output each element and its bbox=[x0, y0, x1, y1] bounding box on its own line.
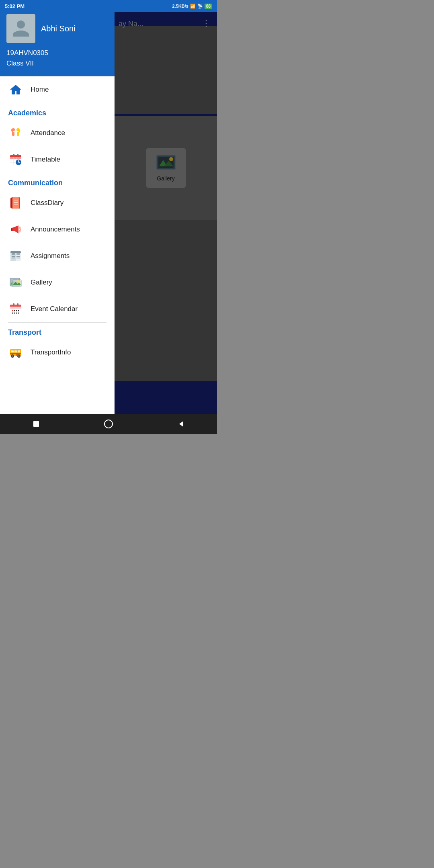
attendance-label: Attendance bbox=[31, 129, 65, 137]
network-speed: 2.5KB/s bbox=[172, 4, 188, 8]
svg-point-64 bbox=[12, 313, 13, 314]
svg-marker-34 bbox=[12, 225, 18, 233]
avatar-icon bbox=[11, 18, 31, 39]
svg-point-62 bbox=[16, 310, 17, 311]
svg-point-66 bbox=[16, 313, 17, 314]
svg-rect-46 bbox=[10, 251, 21, 253]
svg-marker-81 bbox=[179, 421, 183, 427]
timetable-icon bbox=[8, 152, 23, 167]
svg-point-60 bbox=[12, 310, 13, 311]
svg-rect-26 bbox=[12, 197, 19, 209]
svg-point-67 bbox=[18, 313, 19, 314]
wifi-icon: 📡 bbox=[197, 4, 203, 9]
battery-indicator: 88 bbox=[205, 4, 212, 9]
communication-section-header: Communication bbox=[0, 173, 115, 190]
back-icon bbox=[177, 420, 185, 428]
avatar bbox=[6, 14, 35, 43]
status-time: 5:02 PM bbox=[5, 3, 25, 9]
svg-point-77 bbox=[18, 355, 20, 357]
announcements-icon bbox=[8, 222, 23, 237]
status-bar: 5:02 PM 2.5KB/s 📶 📡 88 bbox=[0, 0, 217, 12]
transport-title: Transport bbox=[8, 328, 41, 336]
menu-item-announcements[interactable]: Announcements bbox=[0, 216, 115, 243]
gallery-label: Gallery bbox=[31, 278, 52, 287]
event-calendar-icon bbox=[8, 301, 23, 317]
square-icon bbox=[32, 420, 40, 428]
transport-icon bbox=[8, 345, 23, 360]
svg-point-54 bbox=[18, 280, 20, 283]
transport-info-label: TransportInfo bbox=[31, 348, 71, 356]
menu-item-event-calendar[interactable]: Event Calendar bbox=[0, 296, 115, 322]
transport-section-header: Transport bbox=[0, 323, 115, 339]
svg-rect-9 bbox=[12, 132, 14, 136]
announcements-label: Announcements bbox=[31, 225, 80, 233]
svg-point-63 bbox=[18, 310, 19, 311]
svg-point-75 bbox=[12, 355, 13, 357]
drawer-content: Home Academics Attendance bbox=[0, 76, 115, 434]
svg-marker-5 bbox=[10, 85, 21, 94]
menu-item-attendance[interactable]: Attendance bbox=[0, 120, 115, 146]
attendance-icon bbox=[8, 125, 23, 141]
menu-item-classdiary[interactable]: ClassDiary bbox=[0, 190, 115, 216]
signal-icon: 📶 bbox=[190, 4, 196, 9]
classdiary-icon bbox=[8, 195, 23, 211]
svg-rect-57 bbox=[13, 303, 14, 306]
user-id: 19AHVN0305 bbox=[6, 48, 108, 58]
svg-point-65 bbox=[14, 313, 15, 314]
user-name: Abhi Soni bbox=[41, 24, 76, 33]
user-row: Abhi Soni bbox=[6, 14, 108, 43]
assignments-label: Assignments bbox=[31, 252, 70, 260]
event-calendar-label: Event Calendar bbox=[31, 305, 78, 313]
menu-item-timetable[interactable]: Timetable bbox=[0, 146, 115, 173]
svg-rect-20 bbox=[13, 154, 14, 156]
home-icon bbox=[8, 82, 23, 97]
menu-item-home[interactable]: Home bbox=[0, 76, 115, 103]
svg-rect-21 bbox=[17, 154, 18, 156]
menu-item-transport-info[interactable]: TransportInfo bbox=[0, 339, 115, 366]
svg-rect-70 bbox=[11, 350, 14, 352]
communication-title: Communication bbox=[8, 179, 63, 187]
svg-rect-15 bbox=[10, 157, 21, 159]
nav-back-button[interactable] bbox=[173, 418, 189, 430]
circle-icon bbox=[104, 419, 113, 429]
academics-title: Academics bbox=[8, 109, 46, 117]
menu-item-assignments[interactable]: Assignments bbox=[0, 243, 115, 269]
drawer-overlay[interactable] bbox=[115, 0, 217, 434]
nav-square-button[interactable] bbox=[28, 418, 44, 430]
svg-point-80 bbox=[104, 420, 113, 428]
svg-rect-79 bbox=[33, 421, 39, 427]
status-right: 2.5KB/s 📶 📡 88 bbox=[172, 4, 212, 9]
svg-rect-27 bbox=[10, 198, 12, 208]
svg-rect-35 bbox=[11, 228, 12, 231]
svg-point-61 bbox=[14, 310, 15, 311]
timetable-label: Timetable bbox=[31, 156, 60, 164]
home-label: Home bbox=[31, 86, 49, 94]
user-class: Class VII bbox=[6, 58, 108, 69]
nav-home-button[interactable] bbox=[100, 418, 117, 430]
classdiary-label: ClassDiary bbox=[31, 199, 63, 207]
gallery-icon bbox=[8, 275, 23, 290]
svg-rect-59 bbox=[10, 307, 21, 309]
academics-section-header: Academics bbox=[0, 103, 115, 120]
menu-item-gallery[interactable]: Gallery bbox=[0, 269, 115, 296]
navigation-drawer: Abhi Soni 19AHVN0305 Class VII Home Acad… bbox=[0, 0, 115, 434]
assignments-icon bbox=[8, 248, 23, 264]
svg-rect-78 bbox=[16, 353, 18, 356]
svg-rect-58 bbox=[17, 303, 18, 306]
svg-rect-72 bbox=[18, 350, 20, 352]
svg-rect-71 bbox=[14, 350, 17, 352]
bottom-nav-bar bbox=[0, 414, 217, 434]
